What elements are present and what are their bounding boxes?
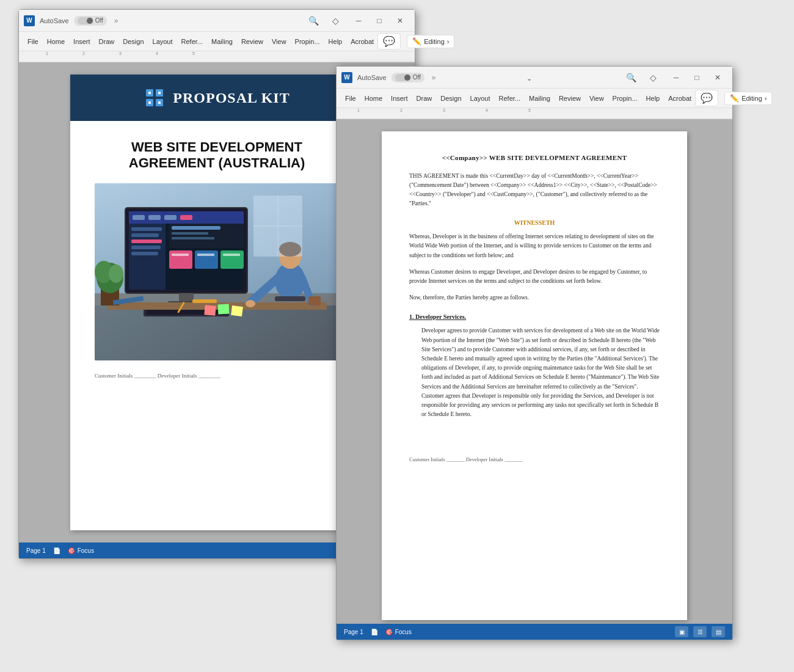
- menu-insert-1[interactable]: Insert: [70, 35, 94, 48]
- svg-rect-31: [220, 250, 244, 269]
- menu-file-1[interactable]: File: [24, 35, 42, 48]
- doc-page-2: <<Company>> WEB SITE DEVELOPMENT AGREEME…: [382, 131, 687, 620]
- autosave-toggle-1[interactable]: Off: [74, 16, 107, 26]
- status-bar-2: Page 1 📄 🎯 Focus ▣ ☰ ▤: [337, 624, 732, 640]
- minimize-btn-2[interactable]: ─: [666, 69, 686, 86]
- maximize-btn-2[interactable]: □: [687, 69, 707, 86]
- whereas-1: Whereas, Developer is in the business of…: [409, 232, 660, 260]
- svg-rect-20: [131, 227, 162, 231]
- menu-insert-2[interactable]: Insert: [387, 92, 412, 104]
- maximize-btn-1[interactable]: □: [370, 12, 389, 29]
- menu-review-2[interactable]: Review: [555, 92, 585, 104]
- view-btn-web-2[interactable]: ☰: [693, 626, 707, 637]
- cover-illustration: [95, 183, 339, 360]
- svg-point-44: [246, 300, 255, 307]
- view-btn-outline-2[interactable]: ▤: [712, 626, 725, 637]
- svg-rect-18: [180, 215, 192, 220]
- comment-btn-1[interactable]: 💬: [377, 33, 401, 49]
- menu-view-1[interactable]: View: [268, 35, 290, 48]
- agreement-initials-bottom: Customer Initials _______ Developer Init…: [409, 456, 660, 464]
- page-indicator-1: Page 1: [26, 547, 46, 554]
- svg-rect-7: [148, 101, 151, 104]
- whereas-2: Whereas Customer desires to engage Devel…: [409, 268, 660, 286]
- svg-rect-21: [131, 233, 159, 237]
- title-arrows-1: »: [114, 16, 118, 25]
- svg-rect-39: [107, 302, 327, 310]
- menu-design-2[interactable]: Design: [437, 92, 465, 104]
- menu-acrobat-2[interactable]: Acrobat: [665, 92, 695, 104]
- svg-rect-28: [172, 237, 214, 239]
- section1-title: 1. Developer Services.: [409, 312, 660, 321]
- svg-rect-23: [131, 246, 161, 249]
- svg-point-50: [109, 265, 123, 283]
- word-window-front: W AutoSave Off » ⌄ 🔍 ◇ ─ □ ✕ File Home I…: [336, 66, 733, 640]
- menu-mailings-1[interactable]: Mailing: [208, 35, 236, 48]
- menu-view-2[interactable]: View: [586, 92, 608, 104]
- svg-rect-29: [169, 250, 192, 269]
- page-indicator-2: Page 1: [344, 629, 363, 635]
- menu-draw-1[interactable]: Draw: [95, 35, 118, 48]
- close-btn-1[interactable]: ✕: [390, 12, 410, 29]
- svg-rect-8: [158, 101, 161, 104]
- menu-file-2[interactable]: File: [341, 92, 360, 104]
- autosave-toggle-2[interactable]: Off: [392, 73, 424, 82]
- word-logo-2: W: [341, 72, 352, 83]
- pencil-icon-1: ✏️: [412, 37, 421, 46]
- window-controls-1: ─ □ ✕: [349, 12, 410, 29]
- comment-btn-2[interactable]: 💬: [695, 90, 718, 106]
- focus-2[interactable]: 🎯 Focus: [385, 629, 412, 635]
- cover-company-name: PROPOSAL KIT: [173, 90, 290, 106]
- cover-image: [95, 183, 339, 360]
- pencil-icon-2: ✏️: [730, 94, 739, 103]
- svg-rect-46: [275, 296, 305, 301]
- search-btn-2[interactable]: 🔍: [622, 69, 639, 86]
- svg-rect-32: [172, 254, 189, 256]
- ruler-2: 1 2 3 4 5: [337, 108, 732, 119]
- menu-references-1[interactable]: Refer...: [178, 35, 206, 48]
- menu-layout-1[interactable]: Layout: [149, 35, 177, 48]
- window-controls-2: ─ □ ✕: [666, 69, 727, 86]
- diamond-btn-1[interactable]: ◇: [327, 12, 344, 29]
- svg-rect-16: [148, 215, 161, 220]
- menu-references-2[interactable]: Refer...: [495, 92, 524, 104]
- view-btn-print-2[interactable]: ▣: [675, 626, 688, 637]
- search-btn-1[interactable]: 🔍: [305, 12, 322, 29]
- agreement-intro: THIS AGREEMENT is made this <<CurrentDay…: [409, 172, 660, 209]
- cover-initials: Customer Initials ________ Developer Ini…: [95, 373, 339, 379]
- word-count-2: 📄: [371, 629, 378, 635]
- menu-draw-2[interactable]: Draw: [413, 92, 436, 104]
- doc-area-2: <<Company>> WEB SITE DEVELOPMENT AGREEME…: [337, 119, 732, 624]
- menu-proofing-2[interactable]: Propin...: [609, 92, 641, 104]
- title-bar-2: W AutoSave Off » ⌄ 🔍 ◇ ─ □ ✕: [337, 67, 732, 89]
- menu-mailings-2[interactable]: Mailing: [525, 92, 554, 104]
- menu-proofing-1[interactable]: Propin...: [291, 35, 324, 48]
- minimize-btn-1[interactable]: ─: [349, 12, 368, 29]
- diamond-btn-2[interactable]: ◇: [644, 69, 661, 86]
- pk-logo-svg: [144, 87, 166, 109]
- nav-down-1[interactable]: ⌄: [526, 75, 532, 82]
- menu-help-1[interactable]: Help: [325, 35, 346, 48]
- svg-rect-27: [172, 232, 208, 235]
- menu-acrobat-1[interactable]: Acrobat: [347, 35, 377, 48]
- svg-rect-52: [192, 299, 217, 303]
- therefore: Now, therefore, the Parties hereby agree…: [409, 293, 660, 302]
- menu-bar-2: File Home Insert Draw Design Layout Refe…: [337, 89, 732, 108]
- title-center-2: ⌄: [436, 72, 622, 83]
- menu-help-2[interactable]: Help: [643, 92, 664, 104]
- menu-layout-2[interactable]: Layout: [467, 92, 494, 104]
- menu-design-1[interactable]: Design: [119, 35, 147, 48]
- menu-home-1[interactable]: Home: [43, 35, 68, 48]
- svg-rect-5: [148, 92, 151, 94]
- editing-btn-1[interactable]: ✏️ Editing ›: [407, 35, 454, 48]
- close-btn-2[interactable]: ✕: [708, 69, 727, 86]
- menu-review-1[interactable]: Review: [238, 35, 267, 48]
- svg-rect-22: [131, 239, 162, 243]
- title-arrows-2: »: [432, 73, 436, 82]
- autosave-label-1: AutoSave: [40, 17, 69, 24]
- editing-btn-2[interactable]: ✏️ Editing ›: [724, 92, 772, 105]
- autosave-label-2: AutoSave: [357, 74, 387, 81]
- menu-home-2[interactable]: Home: [361, 92, 386, 104]
- agreement-title: <<Company>> WEB SITE DEVELOPMENT AGREEME…: [409, 153, 660, 163]
- svg-rect-58: [218, 304, 230, 315]
- focus-1[interactable]: 🎯 Focus: [68, 547, 94, 554]
